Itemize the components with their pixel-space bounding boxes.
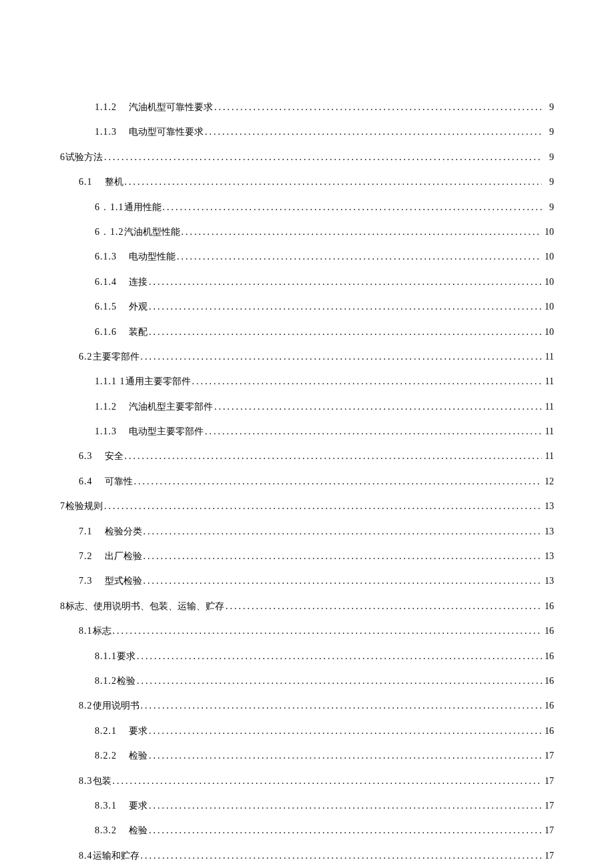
- toc-entry: 8标志、使用说明书、包装、运输、贮存16: [60, 599, 554, 614]
- toc-entry: 8.3.2检验17: [60, 823, 554, 838]
- toc-entry: 8.1标志16: [60, 624, 554, 638]
- toc-entry-number: 6.1.5: [95, 302, 117, 312]
- toc-leader-dots: [147, 275, 542, 290]
- toc-entry-page: 13: [542, 524, 554, 539]
- toc-entry-page: 17: [542, 799, 554, 813]
- toc-leader-dots: [147, 724, 542, 739]
- toc-leader-dots: [103, 150, 542, 165]
- toc-entry: 8.3包装17: [60, 774, 554, 789]
- toc-entry-label: 1.1.3电动型可靠性要求: [95, 125, 204, 139]
- toc-entry: 6.4可靠性12: [60, 474, 554, 489]
- toc-leader-dots: [191, 374, 543, 389]
- toc-leader-dots: [213, 400, 542, 414]
- toc-leader-dots: [176, 250, 542, 264]
- toc-leader-dots: [139, 849, 543, 863]
- toc-entry-label: 7检验规则: [60, 499, 103, 514]
- toc-entry-page: 9: [542, 100, 554, 115]
- toc-entry-number: 6.1.3: [95, 252, 117, 262]
- toc-entry: 6.1.4连接10: [60, 275, 554, 290]
- toc-entry-page: 11: [542, 424, 554, 439]
- toc-entry-label: 1.1.2汽油机型主要零部件: [95, 400, 213, 414]
- toc-leader-dots: [204, 424, 542, 439]
- toc-leader-dots: [180, 225, 543, 240]
- toc-entry-label: 8.2.1要求: [95, 724, 147, 739]
- toc-leader-dots: [139, 699, 543, 713]
- toc-entry: 8.4运输和贮存17: [60, 849, 554, 863]
- toc-entry: 6.3安全11: [60, 449, 554, 464]
- toc-entry: 6.1.6装配10: [60, 325, 554, 340]
- toc-entry: 8.2.2检验17: [60, 749, 554, 763]
- toc-entry-title: 通用性能: [124, 202, 162, 212]
- toc-entry-label: 8.3.1要求: [95, 799, 147, 813]
- toc-entry-title: 电动型可靠性要求: [129, 127, 204, 137]
- toc-leader-dots: [133, 474, 543, 489]
- toc-entry-number: 7.1: [79, 526, 93, 536]
- toc-entry-page: 17: [542, 749, 554, 763]
- toc-entry-number: 6: [60, 152, 65, 162]
- toc-entry-title: 装配: [129, 327, 147, 337]
- toc-entry: 8.1.2检验16: [60, 674, 554, 689]
- toc-entry: 8.2.1要求16: [60, 724, 554, 739]
- toc-entry-number: 1.1.2: [95, 102, 117, 112]
- toc-entry-page: 10: [542, 250, 554, 264]
- toc-entry-title: 检验分类: [105, 526, 142, 536]
- toc-entry-title: 安全: [105, 451, 123, 461]
- toc-entry: 6．1.1通用性能9: [60, 200, 554, 215]
- toc-entry-label: 8.1标志: [79, 624, 111, 638]
- toc-leader-dots: [147, 823, 542, 838]
- toc-leader-dots: [135, 674, 542, 689]
- toc-entry: 7检验规则13: [60, 499, 554, 514]
- toc-entry: 6.1.3电动型性能10: [60, 250, 554, 264]
- toc-entry-title: 检验规则: [65, 501, 103, 511]
- toc-entry-title: 电动型性能: [129, 252, 176, 262]
- toc-entry-number: 6．1.2: [95, 227, 124, 237]
- toc-leader-dots: [139, 350, 543, 364]
- toc-entry: 7.1检验分类13: [60, 524, 554, 539]
- toc-entry-title: 要求: [129, 801, 147, 811]
- toc-entry-title: 出厂检验: [105, 551, 142, 561]
- toc-entry: 8.2使用说明书16: [60, 699, 554, 713]
- toc-entry-number: 8.1.2: [95, 676, 117, 686]
- toc-entry-page: 16: [542, 674, 554, 689]
- toc-entry-number: 8.1.1: [95, 651, 117, 661]
- toc-leader-dots: [147, 799, 542, 813]
- toc-entry-number: 7.3: [79, 576, 93, 586]
- toc-leader-dots: [147, 300, 542, 314]
- toc-entry-number: 8.2: [79, 701, 93, 711]
- toc-entry-title: 通用主要零部件: [125, 376, 191, 386]
- toc-entry-label: 8.2使用说明书: [79, 699, 139, 713]
- toc-entry-number: 7: [60, 501, 65, 511]
- toc-entry-number: 6.4: [79, 476, 93, 486]
- toc-entry-label: 6.1.4连接: [95, 275, 147, 290]
- toc-entry-label: 8.1.2检验: [95, 674, 135, 689]
- toc-entry: 1.1.2汽油机型可靠性要求9: [60, 100, 554, 115]
- toc-entry: 8.3.1要求17: [60, 799, 554, 813]
- toc-entry: 6.1整机9: [60, 175, 554, 189]
- toc-entry: 6.2主要零部件11: [60, 350, 554, 364]
- toc-entry-number: 1.1.1 1: [95, 376, 125, 386]
- toc-entry-title: 连接: [129, 277, 147, 287]
- toc-entry-title: 整机: [105, 177, 123, 187]
- toc-entry-label: 6.1.5外观: [95, 300, 147, 314]
- toc-entry-page: 9: [542, 200, 554, 215]
- toc-entry-page: 16: [542, 599, 554, 614]
- toc-entry-label: 6．1.1通用性能: [95, 200, 162, 215]
- toc-entry-number: 8.2.2: [95, 751, 117, 761]
- toc-entry-title: 检验: [129, 825, 147, 835]
- toc-entry-label: 6.1.3电动型性能: [95, 250, 176, 264]
- toc-entry-label: 6.1.6装配: [95, 325, 147, 340]
- toc-entry-label: 1.1.2汽油机型可靠性要求: [95, 100, 213, 115]
- toc-entry-label: 6.2主要零部件: [79, 350, 139, 364]
- toc-entry: 6．1.2汽油机型性能10: [60, 225, 554, 240]
- toc-leader-dots: [224, 599, 542, 614]
- toc-entry-title: 汽油机型性能: [124, 227, 180, 237]
- toc-leader-dots: [123, 449, 543, 464]
- toc-entry-title: 标志: [93, 626, 111, 636]
- toc-entry: 7.3型式检验13: [60, 574, 554, 588]
- toc-entry-page: 10: [542, 325, 554, 340]
- toc-entry-page: 9: [542, 175, 554, 189]
- toc-entry-label: 8.3包装: [79, 774, 111, 789]
- toc-entry: 1.1.3电动型可靠性要求9: [60, 125, 554, 139]
- toc-leader-dots: [162, 200, 543, 215]
- toc-entry-page: 17: [542, 774, 554, 789]
